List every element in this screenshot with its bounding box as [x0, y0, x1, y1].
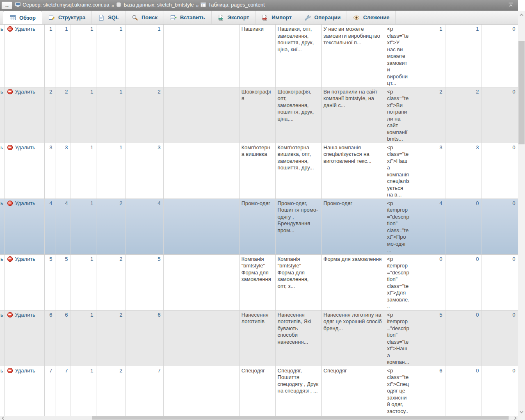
numeric-cell[interactable]: 4	[125, 199, 163, 254]
keywords-cell[interactable]: Шовкографія, опт, замовлення, пошиття, д…	[275, 87, 321, 143]
tab-import[interactable]: Импорт	[256, 11, 298, 24]
numeric-cell[interactable]: 2	[96, 310, 125, 366]
numeric-cell[interactable]: 2	[55, 87, 71, 143]
numeric-cell[interactable]: 2	[445, 87, 482, 143]
tab-structure[interactable]: Структура	[42, 11, 92, 24]
numeric-cell[interactable]: 4	[412, 199, 445, 254]
content-html-cell[interactable]: <p itemprop="description" class="text">П…	[385, 199, 412, 254]
numeric-cell[interactable]: 6	[125, 310, 163, 366]
tab-insert[interactable]: Вставить	[164, 11, 212, 24]
description-cell[interactable]: Ви потрапили на сайт компанії bmtstyle, …	[321, 87, 385, 143]
numeric-cell[interactable]: 3	[412, 143, 445, 199]
delete-row-link[interactable]: Удалить	[15, 26, 36, 32]
collapse-icon[interactable]	[508, 2, 514, 9]
title-cell[interactable]: Нашивки	[239, 25, 275, 87]
clipped-edit-link[interactable]: ь	[0, 199, 4, 254]
empty-cell[interactable]	[204, 25, 239, 87]
scroll-down-arrow-icon[interactable]	[518, 409, 525, 415]
content-html-cell[interactable]: <p class="text">Ви потрапили на сайт ком…	[385, 87, 412, 143]
numeric-cell[interactable]: 0	[482, 199, 518, 254]
numeric-cell[interactable]: 5	[44, 254, 55, 310]
numeric-cell[interactable]: 2	[96, 366, 125, 416]
numeric-cell[interactable]: 0	[482, 310, 518, 366]
numeric-cell[interactable]: 6	[412, 366, 445, 416]
clipped-edit-link[interactable]: ь	[0, 143, 4, 199]
numeric-cell[interactable]: 1	[71, 199, 96, 254]
keywords-cell[interactable]: Промо-одяг, Пошиття промо-одягу , Бренду…	[275, 199, 321, 254]
tab-browse[interactable]: Обзор	[3, 11, 42, 24]
delete-row-link[interactable]: Удалить	[15, 256, 36, 262]
empty-cell[interactable]	[163, 25, 204, 87]
keywords-cell[interactable]: Комп'ютерна вишивка, опт, замовлення, по…	[275, 143, 321, 199]
title-cell[interactable]: Компанія "bmtstyle" — Форма для замовлен…	[239, 254, 275, 310]
numeric-cell[interactable]: 0	[445, 254, 482, 310]
delete-icon[interactable]	[7, 256, 13, 262]
keywords-cell[interactable]: Компанія "bmtstyle" — Форма для замовлен…	[275, 254, 321, 310]
delete-icon[interactable]	[7, 26, 13, 32]
numeric-cell[interactable]: 0	[445, 310, 482, 366]
numeric-cell[interactable]: 1	[71, 87, 96, 143]
keywords-cell[interactable]: Нанесення логотипів, Які бувають способи…	[275, 310, 321, 366]
numeric-cell[interactable]: 7	[125, 366, 163, 416]
content-html-cell[interactable]: <p class="text">Наша компанія спеціалізу…	[385, 143, 412, 199]
numeric-cell[interactable]: 1	[96, 87, 125, 143]
empty-cell[interactable]	[163, 310, 204, 366]
clipped-edit-link[interactable]: ь	[0, 25, 4, 87]
numeric-cell[interactable]: 2	[44, 87, 55, 143]
numeric-cell[interactable]: 1	[55, 25, 71, 87]
delete-row-link[interactable]: Удалить	[15, 312, 36, 318]
scroll-right-arrow-icon[interactable]	[512, 416, 518, 420]
numeric-cell[interactable]: 1	[412, 25, 445, 87]
delete-icon[interactable]	[7, 89, 13, 94]
numeric-cell[interactable]: 3	[125, 143, 163, 199]
numeric-cell[interactable]: 2	[96, 254, 125, 310]
keywords-cell[interactable]: Спецодяг, Пошиття спецодягу , Друк на сп…	[275, 366, 321, 416]
clipped-edit-link[interactable]: ь	[0, 254, 4, 310]
numeric-cell[interactable]: 1	[71, 143, 96, 199]
description-cell[interactable]: Спецодяг	[321, 366, 385, 416]
numeric-cell[interactable]: 1	[71, 366, 96, 416]
numeric-cell[interactable]: 1	[44, 25, 55, 87]
numeric-cell[interactable]: 5	[55, 254, 71, 310]
keywords-cell[interactable]: Нашивки, опт, замовлення, пошиття, друк,…	[275, 25, 321, 87]
description-cell[interactable]: Нанесення логотипу на одяг це хороший сп…	[321, 310, 385, 366]
numeric-cell[interactable]: 3	[55, 143, 71, 199]
delete-icon[interactable]	[7, 312, 13, 317]
numeric-cell[interactable]: 0	[482, 143, 518, 199]
empty-cell[interactable]	[204, 310, 239, 366]
empty-cell[interactable]	[204, 199, 239, 254]
numeric-cell[interactable]: 2	[412, 87, 445, 143]
tab-tracking[interactable]: Слежение	[347, 11, 396, 24]
content-html-cell[interactable]: <p class="text">У нас ви можете замовити…	[385, 25, 412, 87]
delete-row-link[interactable]: Удалить	[15, 144, 36, 151]
empty-cell[interactable]	[204, 87, 239, 143]
description-cell[interactable]: Наша компанія спеціалізується на виготов…	[321, 143, 385, 199]
delete-row-link[interactable]: Удалить	[15, 368, 36, 374]
delete-row-link[interactable]: Удалить	[15, 200, 36, 206]
content-html-cell[interactable]: <p itemprop="description" class="text">Н…	[385, 310, 412, 366]
description-cell[interactable]: Форма для замовлення	[321, 254, 385, 310]
vertical-scrollbar-thumb[interactable]	[518, 41, 525, 144]
numeric-cell[interactable]: 7	[44, 366, 55, 416]
numeric-cell[interactable]: 0	[445, 366, 482, 416]
numeric-cell[interactable]: 0	[412, 254, 445, 310]
numeric-cell[interactable]: 2	[125, 87, 163, 143]
nav-panel-toggle-button[interactable]: →	[1, 1, 12, 9]
content-html-cell[interactable]: <p itemprop="description" class="text">Д…	[385, 254, 412, 310]
numeric-cell[interactable]: 1	[71, 254, 96, 310]
title-cell[interactable]: Нанесення логотипів	[239, 310, 275, 366]
title-cell[interactable]: Спецодяг	[239, 366, 275, 416]
numeric-cell[interactable]: 7	[55, 366, 71, 416]
breadcrumb-link-database[interactable]: База данных: sketch_bmtstyle	[116, 2, 194, 8]
horizontal-scrollbar-thumb[interactable]	[92, 416, 509, 420]
numeric-cell[interactable]: 3	[445, 143, 482, 199]
empty-cell[interactable]	[204, 366, 239, 416]
numeric-cell[interactable]: 0	[482, 25, 518, 87]
delete-icon[interactable]	[7, 368, 13, 373]
tab-operations[interactable]: Операции	[298, 11, 347, 24]
empty-cell[interactable]	[204, 254, 239, 310]
numeric-cell[interactable]: 5	[412, 310, 445, 366]
empty-cell[interactable]	[163, 87, 204, 143]
delete-icon[interactable]	[7, 201, 13, 206]
clipped-edit-link[interactable]: ь	[0, 366, 4, 416]
